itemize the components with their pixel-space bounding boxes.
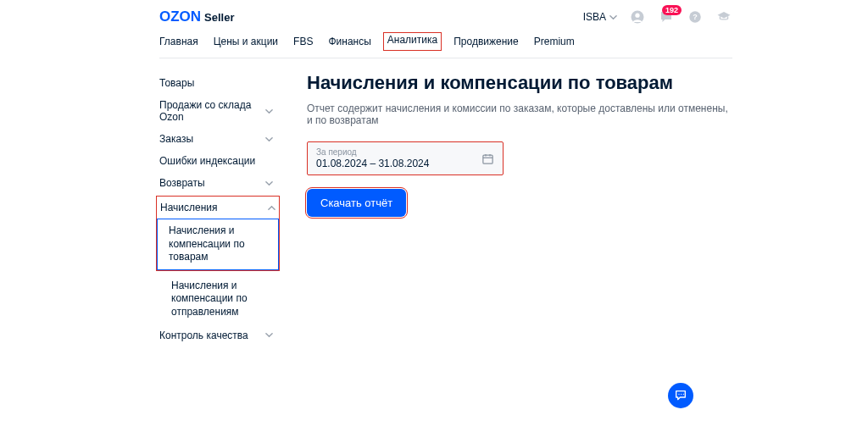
sidebar-item-label: Товары bbox=[159, 77, 194, 89]
help-icon[interactable]: ? bbox=[687, 8, 704, 25]
header: OZON Seller ISBA 192 ? bbox=[159, 0, 732, 27]
chat-bubble-icon bbox=[674, 389, 687, 402]
sidebar-subitem-label: Начисления и компенсации по товарам bbox=[169, 224, 245, 263]
chat-icon[interactable]: 192 bbox=[658, 8, 675, 25]
sidebar-item-label: Заказы bbox=[159, 133, 193, 145]
account-name: ISBA bbox=[583, 11, 606, 23]
logo[interactable]: OZON Seller bbox=[159, 8, 235, 25]
chat-bubble-button[interactable] bbox=[668, 383, 693, 408]
page-title: Начисления и компенсации по товарам bbox=[307, 72, 732, 94]
sidebar-subitem-label: Начисления и компенсации по отправлениям bbox=[171, 280, 248, 318]
account-dropdown[interactable]: ISBA bbox=[583, 11, 617, 23]
sidebar-index-errors[interactable]: Ошибки индексации bbox=[159, 150, 276, 172]
logo-seller: Seller bbox=[204, 11, 234, 24]
nav-prices[interactable]: Цены и акции bbox=[214, 34, 278, 49]
calendar-icon bbox=[481, 152, 494, 165]
user-icon[interactable] bbox=[629, 8, 646, 25]
chevron-down-icon bbox=[265, 180, 273, 187]
period-selector[interactable]: За период 01.08.2024 – 31.08.2024 bbox=[307, 141, 504, 175]
sidebar-item-label: Контроль качества bbox=[159, 330, 248, 341]
svg-point-1 bbox=[635, 14, 639, 18]
chevron-down-icon bbox=[265, 108, 273, 115]
main-content: Начисления и компенсации по товарам Отче… bbox=[307, 72, 732, 346]
nav-promotion[interactable]: Продвижение bbox=[453, 34, 519, 49]
sidebar-accruals-by-products[interactable]: Начисления и компенсации по товарам bbox=[157, 219, 279, 270]
period-value: 01.08.2024 – 31.08.2024 bbox=[316, 158, 429, 169]
education-icon[interactable] bbox=[715, 8, 732, 25]
chevron-down-icon bbox=[265, 331, 273, 339]
sidebar-item-label: Начисления bbox=[160, 202, 218, 213]
main-nav: Главная Цены и акции FBS Финансы Аналити… bbox=[159, 27, 732, 58]
chevron-down-icon bbox=[265, 136, 273, 143]
svg-text:?: ? bbox=[693, 13, 698, 21]
svg-point-8 bbox=[678, 394, 679, 395]
nav-home[interactable]: Главная bbox=[159, 34, 198, 49]
sidebar-accruals[interactable]: Начисления bbox=[157, 197, 279, 219]
nav-premium[interactable]: Premium bbox=[534, 34, 575, 49]
svg-rect-4 bbox=[483, 155, 492, 163]
sidebar-returns[interactable]: Возвраты bbox=[159, 172, 276, 194]
sidebar-accruals-by-shipments[interactable]: Начисления и компенсации по отправлениям bbox=[159, 274, 276, 324]
svg-point-10 bbox=[683, 394, 684, 395]
period-label: За период bbox=[316, 147, 429, 157]
sidebar-orders[interactable]: Заказы bbox=[159, 128, 276, 150]
chevron-down-icon bbox=[609, 14, 617, 21]
nav-finance[interactable]: Финансы bbox=[328, 34, 370, 49]
chat-badge: 192 bbox=[662, 5, 682, 15]
content-layout: Товары Продажи со склада Ozon Заказы Оши… bbox=[159, 58, 732, 346]
nav-fbs[interactable]: FBS bbox=[293, 34, 313, 49]
sidebar-products[interactable]: Товары bbox=[159, 72, 276, 94]
sidebar-sales-ozon[interactable]: Продажи со склада Ozon bbox=[159, 94, 276, 128]
svg-point-9 bbox=[681, 394, 682, 395]
sidebar-item-label: Возвраты bbox=[159, 177, 205, 189]
header-right: ISBA 192 ? bbox=[583, 8, 732, 25]
sidebar-item-label: Продажи со склада Ozon bbox=[159, 99, 265, 123]
download-report-button[interactable]: Скачать отчёт bbox=[307, 189, 406, 217]
sidebar-item-label: Ошибки индексации bbox=[159, 155, 255, 167]
page-description: Отчет содержит начисления и комиссии по … bbox=[307, 102, 732, 126]
sidebar: Товары Продажи со склада Ozon Заказы Оши… bbox=[159, 72, 276, 346]
chevron-up-icon bbox=[268, 204, 275, 212]
logo-ozon: OZON bbox=[159, 8, 201, 25]
nav-analytics[interactable]: Аналитика bbox=[383, 32, 442, 51]
sidebar-quality[interactable]: Контроль качества bbox=[159, 324, 276, 346]
sidebar-accruals-group: Начисления Начисления и компенсации по т… bbox=[156, 196, 280, 271]
